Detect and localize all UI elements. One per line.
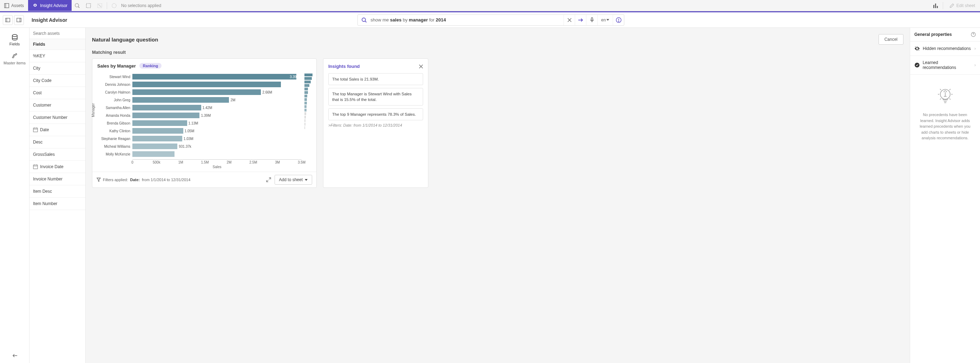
minimap-bar: [304, 80, 311, 83]
bar-row[interactable]: Micheal Williams931.37k: [100, 142, 302, 150]
edit-sheet-button[interactable]: Edit sheet: [945, 0, 980, 11]
minimap-bar: [304, 91, 308, 94]
bar-category-label: Carolyn Halmon: [100, 90, 132, 94]
bar-row[interactable]: Carolyn Halmon2.66M: [100, 88, 302, 96]
close-insights-icon[interactable]: [419, 64, 423, 69]
field-item[interactable]: Item Number: [30, 198, 85, 210]
smart-search-icon[interactable]: [72, 0, 83, 11]
svg-rect-32: [33, 165, 38, 169]
insight-advisor-button[interactable]: Insight Advisor: [28, 0, 72, 11]
minimap-bar: [304, 88, 308, 90]
svg-rect-0: [5, 3, 9, 7]
right-panel-toggle[interactable]: [14, 15, 24, 25]
no-selections-label: No selections applied: [120, 3, 161, 8]
svg-line-52: [950, 99, 950, 99]
language-selector[interactable]: en: [597, 15, 613, 25]
minimap-bar: [304, 74, 312, 76]
search-text[interactable]: show me sales by manager for 2014: [371, 17, 563, 22]
chart-card: Sales by Manager Ranking Manager Stewart…: [92, 58, 317, 188]
bar-row[interactable]: Stephanie Reagan1.03M: [100, 135, 302, 142]
assets-button[interactable]: Assets: [0, 0, 28, 11]
bar-row[interactable]: John Greg2M: [100, 96, 302, 104]
svg-line-51: [940, 99, 941, 99]
chart-plot[interactable]: Manager Stewart Wind3.39MDennis Johnson3…: [94, 73, 302, 171]
learned-recommendations-row[interactable]: Learned recommendations ›: [910, 56, 980, 75]
expand-icon[interactable]: [266, 177, 271, 182]
svg-rect-8: [933, 5, 934, 8]
bar-value-label: 3.07M: [290, 83, 299, 86]
x-tick: 1M: [178, 160, 183, 164]
field-item[interactable]: Invoice Number: [30, 173, 85, 185]
bar-row[interactable]: Amanda Honda1.39M: [100, 112, 302, 119]
bar-row[interactable]: Brenda Gibson1.13M: [100, 119, 302, 127]
main-layout: Fields Master items Fields %KEYCityCity …: [0, 28, 980, 363]
filters-applied: Filters applied: Date: from 1/1/2014 to …: [97, 178, 190, 182]
cancel-button[interactable]: Cancel: [878, 34, 904, 45]
field-item[interactable]: Item Desc: [30, 185, 85, 198]
search-icon: [358, 17, 371, 23]
bar-row[interactable]: Samantha Allen1.42M: [100, 104, 302, 112]
field-item[interactable]: Customer Number: [30, 112, 85, 124]
svg-line-50: [950, 89, 950, 90]
bar-row[interactable]: Molly McKenzie: [100, 150, 302, 158]
field-item[interactable]: City Code: [30, 75, 85, 87]
svg-rect-10: [937, 6, 938, 8]
minimap-bar: [304, 119, 305, 122]
minimap-bar: [304, 77, 312, 80]
bar-value-label: 2.66M: [262, 90, 272, 94]
svg-point-15: [362, 18, 366, 21]
rail-fields[interactable]: Fields: [0, 30, 29, 50]
submit-arrow-icon[interactable]: [575, 15, 586, 25]
bar-category-label: Micheal Williams: [100, 145, 132, 149]
selections-back-icon[interactable]: [108, 0, 120, 11]
help-icon[interactable]: [613, 15, 624, 25]
minimap-bar: [304, 116, 306, 118]
nl-search-box[interactable]: show me sales by manager for 2014 en: [358, 14, 624, 26]
bar-row[interactable]: Kathy Clinton1.05M: [100, 127, 302, 135]
fields-search[interactable]: [30, 28, 85, 39]
minimap-bar: [304, 84, 309, 87]
add-to-sheet-button[interactable]: Add to sheet: [275, 175, 312, 185]
field-item[interactable]: Cost: [30, 87, 85, 99]
bar-value-label: 931.37k: [179, 145, 191, 149]
page-title: Insight Advisor: [27, 17, 72, 23]
left-panel-toggle[interactable]: [3, 15, 13, 25]
assets-label: Assets: [11, 3, 24, 8]
svg-marker-39: [305, 179, 308, 181]
calendar-icon: [33, 164, 38, 169]
x-tick: 1.5M: [201, 160, 208, 164]
bar-row[interactable]: Dennis Johnson3.07M: [100, 80, 302, 88]
field-item[interactable]: City: [30, 62, 85, 75]
field-item[interactable]: %KEY: [30, 50, 85, 62]
svg-rect-20: [591, 18, 593, 21]
hidden-recommendations-row[interactable]: Hidden recommendations ›: [910, 42, 980, 56]
selection-clear-icon[interactable]: [94, 0, 105, 11]
check-circle-icon: [914, 62, 920, 68]
selection-marquee-icon[interactable]: [83, 0, 94, 11]
nlq-title: Natural language question: [92, 37, 158, 43]
field-item[interactable]: Customer: [30, 99, 85, 112]
top-toolbar: Assets Insight Advisor No selections app…: [0, 0, 980, 11]
collapse-rail-icon[interactable]: [11, 348, 18, 363]
insight-item: The total Sales is 21.93M.: [328, 73, 423, 85]
field-item[interactable]: Date: [30, 124, 85, 136]
svg-point-24: [618, 21, 619, 21]
grid-icon[interactable]: [930, 0, 941, 11]
toolbar-separator: [943, 2, 943, 9]
rail-master-items[interactable]: Master items: [0, 50, 29, 69]
field-item[interactable]: Desc: [30, 136, 85, 149]
help-icon[interactable]: [971, 32, 976, 37]
bar-value-label: 1.05M: [185, 129, 194, 133]
chart-minimap[interactable]: [304, 73, 313, 171]
x-tick: 3M: [275, 160, 280, 164]
field-item[interactable]: Invoice Date: [30, 161, 85, 173]
ranking-badge: Ranking: [139, 63, 162, 69]
bar-category-label: Amanda Honda: [100, 114, 132, 117]
minimap-bar: [304, 112, 306, 115]
bar-row[interactable]: Stewart Wind3.39M: [100, 73, 302, 80]
field-item[interactable]: GrossSales: [30, 149, 85, 161]
mic-icon[interactable]: [586, 15, 597, 25]
left-rail: Fields Master items: [0, 28, 30, 363]
fields-search-input[interactable]: [33, 31, 82, 36]
clear-search-icon[interactable]: [563, 15, 575, 25]
